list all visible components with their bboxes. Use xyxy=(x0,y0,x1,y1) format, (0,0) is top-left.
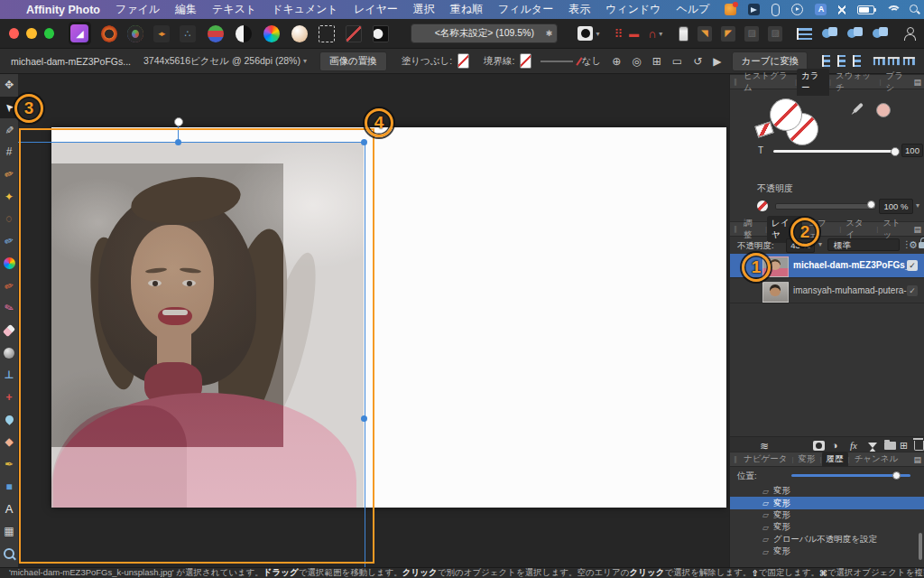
menu-text[interactable]: テキスト xyxy=(212,2,256,17)
menu-edit[interactable]: 編集 xyxy=(175,2,197,17)
mouse-icon[interactable] xyxy=(772,4,780,16)
blend-mode-select[interactable]: 標準 xyxy=(827,238,900,251)
panel-grip-icon[interactable]: ∥ xyxy=(734,225,737,233)
menu-view[interactable]: 表示 xyxy=(568,2,590,17)
lasso-tool[interactable]: ◌ xyxy=(0,208,18,230)
layer-visibility-checkbox[interactable]: ✓ xyxy=(907,260,918,271)
picked-color-swatch[interactable] xyxy=(876,103,891,117)
auto-white-balance-button[interactable] xyxy=(291,25,308,42)
history-item[interactable]: ▱変形 xyxy=(730,521,924,533)
boolean-subtract-button[interactable] xyxy=(847,27,863,40)
auto-levels-button[interactable] xyxy=(208,25,224,42)
image-dimensions-label[interactable]: 3744x5616ピクセル @ 256dpi (28%) xyxy=(143,55,300,68)
move-to-front-button[interactable]: ◥ xyxy=(698,26,712,42)
history-scrollbar[interactable] xyxy=(919,533,922,560)
photo-persona-button[interactable]: ◢ xyxy=(69,22,91,45)
move-forward-button[interactable]: ◤ xyxy=(721,26,735,42)
history-item-selected[interactable]: ▱変形 xyxy=(730,497,924,508)
snapping-caret-icon[interactable]: ▾ xyxy=(659,30,662,38)
scale-icon[interactable]: ⊞ xyxy=(652,55,661,68)
anchor-point-icon[interactable]: ⊕ xyxy=(612,55,621,68)
align-top-icon[interactable] xyxy=(873,57,884,65)
tab-transform[interactable]: 変形 xyxy=(793,452,819,467)
window-minimize-button[interactable] xyxy=(26,28,36,39)
layers-opacity-caret-icon[interactable]: ▾ xyxy=(818,240,822,248)
assistant-caret-icon[interactable]: ▾ xyxy=(596,30,599,38)
crop-tool[interactable]: # xyxy=(0,141,18,163)
panel-grip-icon[interactable]: ∥ xyxy=(734,78,737,86)
battery-icon[interactable] xyxy=(857,5,874,14)
tab-brushes[interactable]: ブラシ xyxy=(881,69,913,96)
menu-file[interactable]: ファイル xyxy=(116,2,160,17)
color-picker-tool[interactable]: ✎ xyxy=(0,118,18,141)
dodge-burn-tool[interactable] xyxy=(0,341,18,364)
bluetooth-icon[interactable] xyxy=(838,5,845,15)
align-left-icon[interactable] xyxy=(822,55,830,67)
assistant-button[interactable] xyxy=(578,26,593,41)
wifi-icon[interactable] xyxy=(886,5,898,14)
view-tool[interactable]: ✥ xyxy=(0,74,18,97)
window-close-button[interactable] xyxy=(9,28,19,39)
color-opacity-knob[interactable] xyxy=(867,200,875,209)
align-center-icon[interactable] xyxy=(837,55,845,67)
tab-history[interactable]: 履歴 xyxy=(822,452,848,467)
color-picker-icon[interactable] xyxy=(853,102,864,113)
history-item[interactable]: ▱グローバル不透明度を設定 xyxy=(730,534,924,545)
swift-icon[interactable] xyxy=(748,4,760,15)
rotation-handle[interactable] xyxy=(174,117,183,126)
layer-stack-icon[interactable]: ≋ xyxy=(760,440,769,452)
replace-image-button[interactable]: 画像の置換 xyxy=(319,51,387,71)
panel-menu-icon[interactable]: ▤ xyxy=(913,78,921,87)
input-source-icon[interactable]: A xyxy=(815,4,827,15)
menu-layer[interactable]: レイヤー xyxy=(354,2,398,17)
align-right-icon[interactable] xyxy=(853,55,861,67)
play-box-icon[interactable]: ▶ xyxy=(713,55,721,68)
fill-swatch[interactable] xyxy=(457,53,469,69)
menu-window[interactable]: ウィンドウ xyxy=(605,2,661,17)
noise-toggle-icon[interactable] xyxy=(757,200,768,211)
color-opacity-slider[interactable] xyxy=(775,203,876,210)
boolean-add-button[interactable] xyxy=(822,27,837,40)
spotlight-icon[interactable] xyxy=(910,5,920,15)
alignment-button[interactable] xyxy=(797,28,811,40)
mask-layer-icon[interactable] xyxy=(813,441,825,451)
panel-menu-icon[interactable]: ▤ xyxy=(913,455,921,464)
brush-tool[interactable]: ✏ xyxy=(0,275,18,297)
menu-arrange[interactable]: 重ね順 xyxy=(450,2,483,17)
tab-histogram[interactable]: ヒストグラム xyxy=(739,69,795,96)
group-layers-icon[interactable] xyxy=(884,442,896,450)
layer-effects-icon[interactable]: fx xyxy=(850,440,857,451)
liquify-persona-button[interactable] xyxy=(101,25,117,42)
menu-filter[interactable]: フィルター xyxy=(498,2,553,17)
deselect-icon[interactable] xyxy=(346,25,362,42)
tint-slider-knob[interactable] xyxy=(891,147,900,156)
stroke-swatch[interactable] xyxy=(520,53,531,69)
pixel-tool[interactable]: ✎ xyxy=(0,297,18,320)
tab-color[interactable]: カラー xyxy=(797,69,829,96)
stroke-color-well[interactable] xyxy=(770,98,802,131)
healing-brush-tool[interactable]: + xyxy=(0,387,18,409)
window-zoom-button[interactable] xyxy=(44,28,54,39)
account-icon[interactable] xyxy=(904,27,915,40)
develop-persona-button[interactable] xyxy=(127,25,143,42)
auto-colors-button[interactable] xyxy=(263,25,280,42)
tab-channels[interactable]: チャンネル xyxy=(850,452,903,467)
median-tool[interactable]: ◆ xyxy=(0,431,18,453)
new-layer-icon[interactable]: ⊞ xyxy=(900,440,908,452)
text-tool[interactable]: A xyxy=(0,498,18,520)
layer-row-imansyah[interactable]: imansyah-muhamad-putera- ✓ xyxy=(730,279,924,303)
snapping-magnet-icon[interactable]: ∩ xyxy=(648,27,656,41)
canvas-viewport[interactable] xyxy=(18,74,729,567)
color-replacement-tool[interactable] xyxy=(0,253,18,275)
delete-layer-icon[interactable] xyxy=(914,441,924,451)
document-tab[interactable]: <名称未設定> (109.5%) ✱ xyxy=(411,23,558,43)
panel-menu-icon[interactable]: ▤ xyxy=(914,225,922,234)
move-backward-button[interactable]: ▨ xyxy=(744,26,759,42)
lock-layer-icon[interactable] xyxy=(919,242,924,248)
history-item[interactable]: ▱変形 xyxy=(730,509,924,521)
move-to-back-button[interactable]: ▨ xyxy=(768,26,782,42)
none-swatch[interactable] xyxy=(754,122,773,138)
selection-brush-tool[interactable]: ✏ xyxy=(0,163,18,186)
tab-navigator[interactable]: ナビゲータ xyxy=(739,452,791,467)
tint-value[interactable]: 100 xyxy=(901,144,923,157)
